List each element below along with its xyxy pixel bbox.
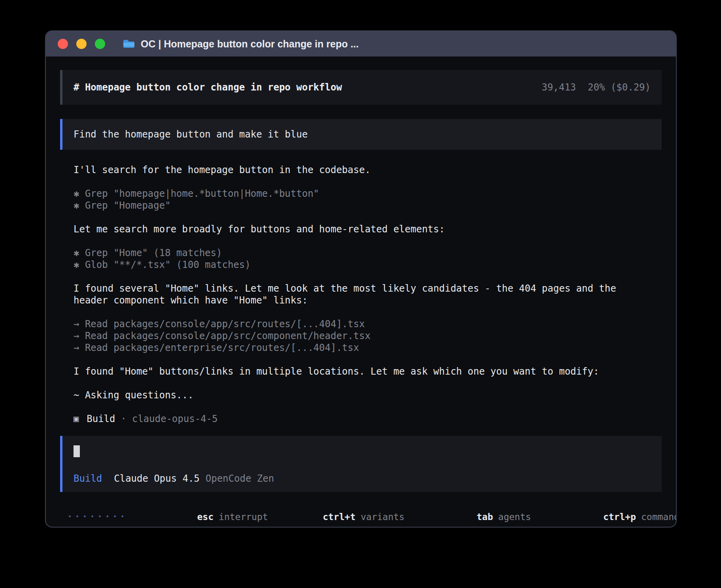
status-left: •••••••• escinterrupt xyxy=(68,501,268,528)
agent-icon: ▣ xyxy=(74,413,79,425)
window-titlebar[interactable]: OC | Homepage button color change in rep… xyxy=(46,31,676,57)
tool-call-glob: ✱ Glob "**/*.tsx" (100 matches) xyxy=(74,259,648,271)
window-title: OC | Homepage button color change in rep… xyxy=(141,38,359,50)
spacer xyxy=(74,401,648,413)
tool-call-grep: ✱ Grep "Home" (18 matches) xyxy=(74,247,648,259)
assistant-text: Let me search more broadly for buttons a… xyxy=(74,223,648,235)
session-stats: 39,413 20% ($0.29) xyxy=(542,82,651,93)
tool-call-read: → Read packages/enterprise/src/routes/[.… xyxy=(74,342,648,354)
prompt-input[interactable]: Build Claude Opus 4.5 OpenCode Zen xyxy=(60,436,662,492)
session-header: # Homepage button color change in repo w… xyxy=(60,70,662,105)
agent-model: claude-opus-4-5 xyxy=(132,413,218,425)
text-cursor xyxy=(74,445,80,457)
spacer xyxy=(74,306,648,318)
input-footer: Build Claude Opus 4.5 OpenCode Zen xyxy=(74,473,651,484)
agent-status-line: ▣ Build · claude-opus-4-5 xyxy=(74,413,648,425)
session-title: # Homepage button color change in repo w… xyxy=(74,82,342,93)
shortcut-label: variants xyxy=(360,512,404,522)
tool-call-grep: ✱ Grep "homepage|home.*button|Home.*butt… xyxy=(74,188,648,200)
shortcut-key: esc xyxy=(197,512,214,522)
progress-spinner-dots: •••••••• xyxy=(68,513,128,520)
shortcut-variants: ctrl+tvariants xyxy=(268,501,404,528)
shortcut-label: interrupt xyxy=(219,512,268,522)
input-agent-mode[interactable]: Build xyxy=(74,473,102,484)
shortcut-key: tab xyxy=(477,512,493,522)
spacer xyxy=(74,354,648,366)
spacer xyxy=(74,235,648,247)
user-message: Find the homepage button and make it blu… xyxy=(60,119,662,150)
traffic-lights xyxy=(58,39,105,49)
spacer xyxy=(74,211,648,223)
spacer xyxy=(74,377,648,389)
terminal-window: OC | Homepage button color change in rep… xyxy=(45,30,677,528)
shortcut-commands: ctrl+pcommands xyxy=(548,501,677,528)
tool-call-read: → Read packages/console/app/src/routes/[… xyxy=(74,318,648,330)
folder-icon xyxy=(123,39,135,49)
shortcut-agents: tabagents xyxy=(422,501,531,528)
input-model-name[interactable]: Claude Opus 4.5 xyxy=(114,473,200,484)
separator-dot: · xyxy=(121,413,126,425)
input-provider-name: OpenCode Zen xyxy=(206,473,274,484)
token-count: 39,413 xyxy=(542,82,576,93)
title-group: OC | Homepage button color change in rep… xyxy=(123,38,359,50)
context-cost: 20% ($0.29) xyxy=(588,82,651,93)
shortcut-label: agents xyxy=(498,512,531,522)
transcript: I'll search for the homepage button in t… xyxy=(60,164,662,425)
shortcut-label: commands xyxy=(641,512,677,522)
tool-call-read: → Read packages/console/app/src/componen… xyxy=(74,330,648,342)
terminal-content: # Homepage button color change in repo w… xyxy=(46,57,676,528)
status-asking-questions: ~ Asking questions... xyxy=(74,389,648,401)
assistant-text: I found "Home" buttons/links in multiple… xyxy=(74,366,648,377)
status-bar: •••••••• escinterrupt ctrl+tvariants tab… xyxy=(60,501,662,528)
minimize-button[interactable] xyxy=(76,39,87,49)
status-right: ctrl+tvariants tabagents ctrl+pcommands xyxy=(268,501,677,528)
tool-call-grep: ✱ Grep "Homepage" xyxy=(74,200,648,211)
spacer xyxy=(74,176,648,188)
close-button[interactable] xyxy=(58,39,68,49)
assistant-text: I'll search for the homepage button in t… xyxy=(74,164,648,176)
agent-name: Build xyxy=(87,413,115,425)
shortcut-key: ctrl+t xyxy=(323,512,355,522)
shortcut-interrupt: escinterrupt xyxy=(142,501,268,528)
assistant-text: I found several "Home" links. Let me loo… xyxy=(74,283,648,306)
spacer xyxy=(74,271,648,283)
user-message-text: Find the homepage button and make it blu… xyxy=(74,129,308,140)
shortcut-key: ctrl+p xyxy=(603,512,636,522)
maximize-button[interactable] xyxy=(95,39,105,49)
